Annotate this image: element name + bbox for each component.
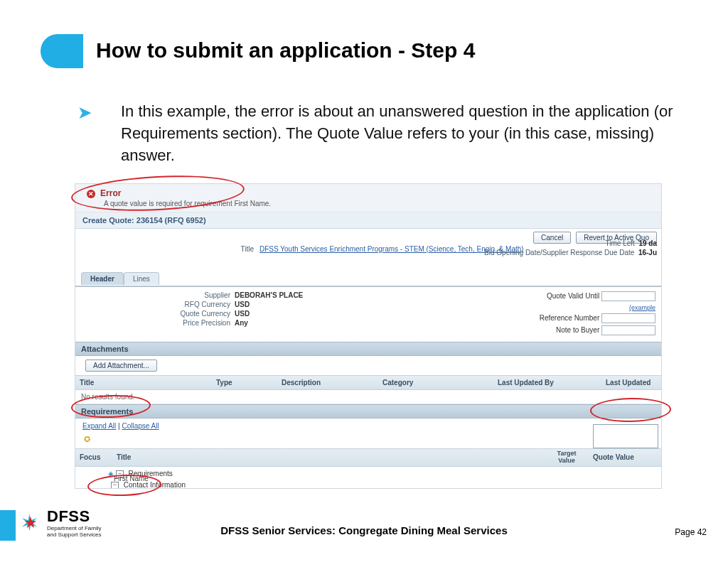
- tab-lines[interactable]: Lines: [124, 272, 159, 285]
- quote-valid-until-label: Quote Valid Until: [547, 292, 599, 300]
- col-type: Type: [212, 376, 277, 389]
- note-to-buyer-label: Note to Buyer: [556, 326, 599, 334]
- requirements-section-header: Requirements: [75, 404, 661, 418]
- reference-number-input[interactable]: [601, 313, 655, 323]
- rfq-currency-value: USD: [235, 301, 250, 308]
- page-title: How to submit an application - Step 4: [96, 38, 475, 63]
- tab-strip: HeaderLines: [75, 271, 661, 287]
- collapse-icon[interactable]: −: [111, 482, 119, 490]
- bullet-text: In this example, the error is about an u…: [100, 101, 682, 166]
- col-title: Title: [75, 376, 212, 389]
- page-number: Page 42: [675, 527, 707, 537]
- add-attachment-button[interactable]: Add Attachment...: [85, 360, 157, 372]
- error-title: Error: [100, 188, 121, 198]
- col-focus: Focus: [75, 450, 112, 464]
- supplier-value: DEBORAH'S PLACE: [235, 291, 303, 299]
- footer-title: DFSS Senior Services: Congregate Dining …: [0, 524, 728, 536]
- col-description: Description: [277, 376, 378, 389]
- tip-icon: ✪: [84, 435, 661, 444]
- price-precision-label: Price Precision: [81, 319, 235, 327]
- quote-currency-label: Quote Currency: [81, 310, 235, 318]
- expand-collapse-row: Expand All | Collapse All: [75, 418, 661, 433]
- reference-number-label: Reference Number: [540, 314, 599, 322]
- col-last-updated: Last Updated: [601, 376, 661, 389]
- quote-value-input[interactable]: [593, 424, 658, 448]
- col-target-value: Target Value: [545, 449, 589, 466]
- requirements-table-header: Focus Title Target Value Quote Value: [75, 448, 661, 467]
- col-category: Category: [378, 376, 493, 389]
- requirements-tree: ◈ − Requirements − Contact Information: [75, 467, 661, 489]
- tree-row-requirements[interactable]: ◈ − Requirements: [75, 468, 661, 480]
- no-results-text: No results found.: [75, 390, 661, 404]
- error-message: A quote value is required for requiremen…: [87, 200, 654, 207]
- expand-all-link[interactable]: Expand All: [82, 422, 116, 430]
- focus-icon[interactable]: ◈: [108, 470, 114, 477]
- note-to-buyer-input[interactable]: [601, 325, 655, 335]
- tree-label-first-name: First Name: [114, 475, 149, 482]
- price-precision-value: Any: [235, 319, 248, 327]
- time-left-value: 19 da: [638, 239, 657, 247]
- create-quote-heading: Create Quote: 236154 (RFQ 6952): [75, 212, 661, 229]
- logo-text-acronym: DFSS: [47, 507, 102, 526]
- title-label: Title: [80, 245, 259, 253]
- time-left-label: Time Left: [606, 239, 635, 247]
- body-text-block: ➤ In this example, the error is about an…: [100, 101, 682, 166]
- due-date-label: Bid Opening Date/Supplier Response Due D…: [484, 249, 634, 256]
- quote-currency-value: USD: [235, 310, 250, 318]
- error-icon: ✕: [87, 190, 95, 198]
- col-last-updated-by: Last Updated By: [493, 376, 601, 389]
- collapse-all-link[interactable]: Collapse All: [122, 422, 159, 430]
- example-link[interactable]: (example: [629, 304, 655, 311]
- title-accent-shape: [41, 34, 83, 68]
- attachments-section-header: Attachments: [75, 342, 661, 356]
- supplier-label: Supplier: [81, 291, 235, 299]
- col-quote-value: Quote Value: [589, 450, 661, 464]
- due-date-value: 16-Ju: [638, 249, 657, 256]
- embedded-screenshot: ✕ Error A quote value is required for re…: [75, 183, 662, 489]
- col-req-title: Title: [112, 450, 545, 464]
- quote-meta-block: Time Left 19 da Bid Opening Date/Supplie…: [484, 239, 657, 258]
- quote-valid-until-input[interactable]: [601, 291, 655, 301]
- header-info-grid: SupplierDEBORAH'S PLACE RFQ CurrencyUSD …: [75, 287, 661, 342]
- error-banner: ✕ Error A quote value is required for re…: [75, 184, 661, 212]
- tree-row-contact-info[interactable]: − Contact Information: [75, 480, 661, 489]
- rfq-currency-label: RFQ Currency: [81, 301, 235, 308]
- attachments-table-header: Title Type Description Category Last Upd…: [75, 375, 661, 390]
- tab-header[interactable]: Header: [81, 272, 124, 285]
- arrow-bullet-icon: ➤: [78, 102, 91, 124]
